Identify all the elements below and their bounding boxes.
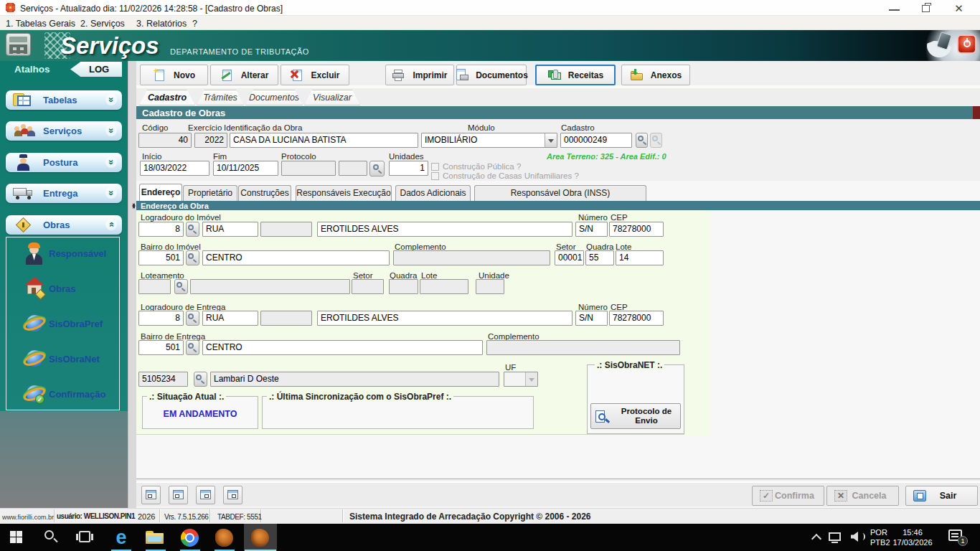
edge-icon[interactable]: e (111, 527, 131, 547)
subtab-endereco[interactable]: Endereço (139, 184, 182, 201)
task-view-icon[interactable] (79, 531, 90, 542)
quadra-field[interactable]: 55 (585, 250, 614, 265)
cadastro-search-button-2[interactable] (650, 133, 662, 148)
logradouro-entrega-search-button[interactable] (186, 311, 199, 326)
power-button[interactable] (957, 34, 976, 54)
anexos-button[interactable]: Anexos (621, 65, 690, 85)
menu-relatorios[interactable]: 3. Relatórios (136, 19, 187, 29)
sidebar-tab-log[interactable]: LOG (70, 62, 122, 77)
cadastro-field[interactable]: 000000249 (560, 133, 632, 148)
protocolo-field-2[interactable] (339, 161, 367, 176)
app2-icon-active[interactable] (251, 529, 269, 547)
minimize-button[interactable] (889, 9, 900, 11)
cancela-button[interactable]: ✕ Cancela (826, 486, 899, 506)
fim-field[interactable]: 10/11/2025 (213, 161, 278, 176)
nav-first-button[interactable] (141, 486, 161, 504)
restore-button[interactable] (922, 5, 930, 12)
cidade-search-button[interactable] (194, 372, 207, 387)
logradouro-imovel-codigo-field[interactable]: 8 (138, 222, 184, 237)
lote-field[interactable]: 14 (616, 250, 664, 265)
start-button[interactable] (10, 531, 22, 543)
bairro-entrega-nome-field[interactable]: CENTRO (202, 340, 483, 355)
network-icon[interactable] (829, 532, 841, 541)
subtab-dados-adicionais[interactable]: Dados Adicionais (395, 185, 471, 201)
confirma-button[interactable]: ✓ Confirma (752, 486, 824, 506)
sidebar-item-servicos[interactable]: Serviços » (6, 121, 122, 141)
nav-last-button[interactable] (223, 486, 242, 504)
menu-servicos[interactable]: 2. Serviços (80, 19, 125, 29)
logradouro-entrega-tipo-field[interactable]: RUA (202, 311, 258, 326)
loteamento-search-button[interactable] (174, 279, 188, 294)
file-explorer-icon[interactable] (146, 531, 164, 545)
nav-prev-button[interactable] (169, 486, 188, 504)
menu-tabelas-gerais[interactable]: 1. Tabelas Gerais (6, 19, 75, 29)
documentos-button[interactable]: Documentos (456, 65, 527, 85)
logradouro-imovel-nome-field[interactable]: EROTILDES ALVES (317, 222, 573, 237)
numero-field[interactable]: S/N (575, 222, 608, 237)
bairro-imovel-codigo-field[interactable]: 501 (138, 250, 184, 265)
sidebar-item-obras-sub[interactable]: Obras (7, 275, 115, 303)
sidebar-item-responsavel[interactable]: Responsável (7, 240, 115, 268)
setor-field[interactable]: 00001 (555, 250, 584, 265)
identificacao-field[interactable]: CASA DA LUCIANA BATISTA (230, 133, 418, 148)
menu-help[interactable]: ? (192, 19, 197, 29)
cadastro-search-button[interactable] (636, 133, 648, 148)
logradouro-entrega-codigo-field[interactable]: 8 (138, 311, 184, 326)
bairro-entrega-codigo-field[interactable]: 501 (138, 340, 184, 355)
construcao-casas-checkbox[interactable] (431, 172, 439, 180)
tab-documentos[interactable]: Documentos (245, 90, 303, 105)
cep-field[interactable]: 78278000 (609, 222, 664, 237)
bairro-entrega-search-button[interactable] (186, 340, 199, 355)
modulo-select[interactable]: IMOBILIÁRIO (421, 133, 557, 148)
tray-clock[interactable]: 15:46 17/03/2026 (890, 527, 936, 547)
sidebar-item-entrega[interactable]: Entrega » (6, 184, 122, 203)
loteamento-lote-field[interactable] (420, 279, 468, 294)
nav-next-button[interactable] (196, 486, 215, 504)
bairro-imovel-nome-field[interactable]: CENTRO (202, 250, 390, 265)
sidebar-item-sisobrapref[interactable]: SisObraPref (7, 310, 115, 339)
loteamento-quadra-field[interactable] (389, 279, 418, 294)
sidebar-item-confirmacao[interactable]: ✓ Confirmação (7, 380, 115, 409)
subtab-responsavel-obra[interactable]: Responsável Obra (INSS) (474, 185, 646, 201)
tab-visualizar[interactable]: Visualizar (304, 90, 360, 105)
app1-icon[interactable] (215, 529, 233, 547)
exercicio-field[interactable]: 2022 (194, 133, 227, 148)
modulo-dropdown-button[interactable] (545, 133, 557, 147)
subtab-proprietario[interactable]: Proprietário (183, 185, 237, 201)
entrega-numero-field[interactable]: S/N (575, 311, 608, 326)
uf-dropdown-button[interactable] (525, 372, 537, 386)
sidebar-item-sisobranet[interactable]: SisObraNet (7, 345, 115, 374)
close-button[interactable]: ✕ (953, 3, 964, 14)
tab-cadastro[interactable]: Cadastro (139, 90, 195, 105)
logradouro-entrega-nome-field[interactable]: EROTILDES ALVES (317, 311, 573, 326)
logradouro-entrega-titulo-field[interactable] (260, 311, 312, 326)
splitter[interactable] (128, 61, 136, 509)
sidebar-tab-atalhos[interactable]: Atalhos (14, 64, 50, 75)
tab-tramites[interactable]: Trâmites (197, 90, 244, 105)
codigo-field[interactable]: 40 (138, 133, 192, 148)
sidebar-item-postura[interactable]: Postura » (6, 153, 122, 172)
logradouro-imovel-tipo-field[interactable]: RUA (202, 222, 258, 237)
protocolo-envio-button[interactable]: Protocolo de Envio (590, 403, 681, 429)
bairro-imovel-search-button[interactable] (186, 250, 199, 265)
construcao-publica-checkbox[interactable] (431, 163, 439, 171)
loteamento-codigo-field[interactable] (138, 279, 171, 294)
entrega-complemento-field[interactable] (486, 340, 680, 355)
chrome-icon[interactable] (181, 529, 199, 547)
cidade-codigo-field[interactable]: 5105234 (138, 372, 188, 387)
alterar-button[interactable]: Alterar (210, 65, 278, 85)
protocolo-field[interactable] (281, 161, 336, 176)
logradouro-imovel-search-button[interactable] (186, 222, 199, 237)
protocolo-search-button[interactable] (369, 161, 385, 176)
taskbar-search-icon[interactable] (44, 530, 54, 540)
inicio-field[interactable]: 18/03/2022 (140, 161, 209, 176)
logradouro-imovel-titulo-field[interactable] (260, 222, 312, 237)
entrega-cep-field[interactable]: 78278000 (609, 311, 664, 326)
complemento-field[interactable] (393, 250, 550, 265)
loteamento-setor-field[interactable] (352, 279, 384, 294)
subtab-construcoes[interactable]: Construções (238, 185, 291, 201)
unidade-field[interactable] (476, 279, 504, 294)
novo-button[interactable]: Novo (140, 65, 208, 85)
sidebar-item-tabelas[interactable]: Tabelas » (6, 90, 122, 110)
cidade-nome-field[interactable]: Lambari D Oeste (210, 372, 499, 387)
